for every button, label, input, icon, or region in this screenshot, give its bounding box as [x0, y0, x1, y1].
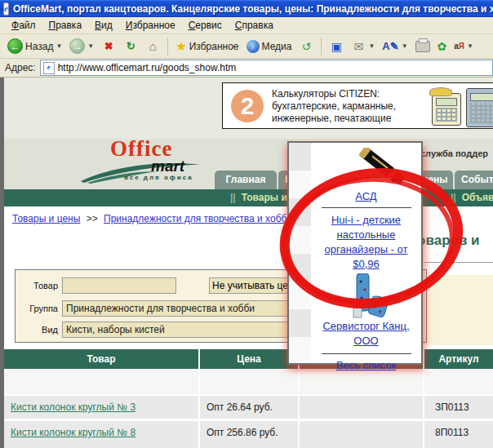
citizen-banner-ad[interactable]: 2 Калькуляторы CITIZEN: бухгалтерские, к… — [222, 82, 493, 129]
breadcrumb-goods-prices[interactable]: Товары и цены — [12, 213, 80, 224]
icq-button[interactable]: ✿ — [435, 39, 450, 54]
mail-button[interactable]: ✉ ▼ — [349, 38, 377, 55]
refresh-icon: ↻ — [123, 39, 138, 54]
toolbar-separator — [321, 38, 322, 55]
product-sku: ЗП0113 — [424, 401, 469, 413]
menu-view[interactable]: Вид — [88, 18, 119, 33]
popup-side-strip — [289, 143, 311, 363]
sidebar-divider — [424, 262, 493, 263]
popup-divider — [322, 207, 411, 208]
table-row: Кисти колонок круглый № 8 Опт 256.86 руб… — [4, 421, 493, 444]
forward-button[interactable]: → ▼ — [67, 38, 96, 55]
back-button[interactable]: ← Назад ▼ — [5, 38, 64, 55]
banner-number-badge: 2 — [231, 90, 264, 122]
menu-bar: Файл Правка Вид Избранное Сервис Справка — [0, 17, 493, 34]
product-price: Опт 26.64 руб. — [200, 401, 273, 413]
tovar-input[interactable] — [62, 277, 176, 294]
page-icon: e — [43, 62, 55, 74]
tab-events[interactable]: Событи — [455, 171, 493, 189]
stop-icon: ✖ — [101, 39, 116, 54]
icq-flower-icon: ✿ — [437, 40, 447, 53]
menu-help[interactable]: Справка — [229, 18, 280, 33]
mail-dropdown-icon[interactable]: ▼ — [368, 42, 375, 50]
ie-app-icon: e — [3, 2, 9, 16]
address-bar: Адрес: e http://www.officemart.ru/goods_… — [0, 59, 493, 78]
favorites-button[interactable]: ★ Избранное — [173, 38, 241, 55]
home-icon: ⌂ — [145, 39, 160, 54]
print-button[interactable] — [413, 40, 433, 53]
header-tovar: Товар — [4, 349, 198, 369]
refresh-button[interactable]: ↻ — [121, 38, 140, 55]
sidebar-panel — [424, 275, 493, 345]
breadcrumb-category[interactable]: Принадлежности для творчества и хобби — [104, 213, 292, 224]
product-sku: 8П0113 — [424, 427, 469, 438]
vid-label: Вид — [16, 325, 58, 335]
popup-product-link[interactable]: Hui-i - детские настольные органайзеры -… — [311, 213, 421, 272]
back-dropdown-icon[interactable]: ▼ — [56, 42, 62, 50]
officemart-logo[interactable]: Office mart все для офиса — [79, 140, 234, 188]
edit-dropdown-icon[interactable]: ▼ — [402, 42, 408, 50]
print-icon — [415, 41, 430, 52]
tab-main[interactable]: Главная — [215, 171, 277, 189]
tovar-label: Товар — [16, 281, 58, 291]
menu-edit[interactable]: Правка — [42, 18, 89, 33]
popup-asd-link[interactable]: АСД — [311, 190, 421, 202]
stop-button[interactable]: ✖ — [99, 38, 118, 55]
favorites-star-icon: ★ — [175, 39, 186, 54]
menu-tools[interactable]: Сервис — [182, 18, 229, 33]
toolbar: ← Назад ▼ → ▼ ✖ ↻ ⌂ ★ Избранное ♪ Медиа … — [0, 34, 493, 59]
edit-icon: A✎ — [382, 40, 398, 52]
window-icon: ▣ — [329, 39, 344, 54]
header-artikul: Артикул — [424, 349, 493, 369]
history-button[interactable]: ↺ — [296, 38, 316, 55]
table-row-empty — [4, 370, 493, 394]
popup-company-link[interactable]: Сервисторг Канц, ООО — [311, 319, 421, 348]
toolbar-separator — [167, 38, 168, 55]
mail-icon: ✉ — [351, 39, 366, 54]
product-price: Опт 256.86 руб. — [200, 427, 278, 438]
home-button[interactable]: ⌂ — [143, 38, 162, 55]
breadcrumb: Товары и цены >> Принадлежности для твор… — [12, 213, 292, 224]
forward-dropdown-icon[interactable]: ▼ — [87, 42, 94, 50]
battery-pen-image — [350, 148, 415, 185]
page-viewport: 2 Калькуляторы CITIZEN: бухгалтерские, к… — [0, 78, 493, 448]
media-icon: ♪ — [246, 40, 260, 53]
support-service-link[interactable]: служба поддер — [420, 149, 488, 158]
address-url: http://www.officemart.ru/goods_show.htm — [58, 62, 237, 73]
product-link[interactable]: Кисти колонок круглый № 3 — [4, 401, 135, 413]
back-icon: ← — [7, 38, 23, 54]
popup-divider — [322, 353, 411, 354]
translate-icon: aЯ — [454, 42, 464, 51]
ad-popup-window: АСД Hui-i - детские настольные органайзе… — [287, 141, 423, 365]
gruppa-label: Группа — [16, 304, 58, 313]
media-button[interactable]: ♪ Медиа — [244, 39, 295, 54]
header-cena: Цена — [200, 349, 298, 369]
browser-window: { "window": { "title": "OfficeMart, порт… — [0, 0, 493, 448]
translate-dropdown-icon[interactable]: ▼ — [467, 42, 473, 50]
calculator-cartoon-icon — [432, 93, 461, 126]
menu-favorites[interactable]: Избранное — [119, 18, 182, 33]
nav-announcements[interactable]: Объявл — [462, 192, 493, 203]
window-title: OfficeMart, портал канцтоваров. Канцеляр… — [13, 3, 493, 15]
table-row: Кисти коза круглая № 1 Опт 2.28 руб. 1Ш1… — [4, 442, 493, 448]
menu-file[interactable]: Файл — [5, 18, 42, 33]
history-icon: ↺ — [299, 39, 313, 54]
banner-text: Калькуляторы CITIZEN: бухгалтерские, кар… — [272, 88, 396, 125]
edit-button[interactable]: A✎ ▼ — [380, 39, 410, 53]
fullscreen-button[interactable]: ▣ — [326, 38, 346, 55]
table-row: Кисти колонок круглый № 3 Опт 26.64 руб.… — [4, 396, 493, 419]
translate-button[interactable]: aЯ ▼ — [451, 41, 476, 51]
organizers-image — [342, 273, 391, 319]
popup-all-list-link[interactable]: Весь список — [311, 359, 421, 371]
address-label: Адрес: — [5, 62, 36, 73]
title-bar: e OfficeMart, портал канцтоваров. Канцел… — [0, 0, 493, 17]
product-link[interactable]: Кисти колонок круглый № 8 — [4, 427, 135, 438]
calculator-cartoon-icon — [466, 88, 493, 127]
forward-icon: → — [69, 38, 85, 54]
address-input[interactable]: e http://www.officemart.ru/goods_show.ht… — [40, 60, 493, 76]
